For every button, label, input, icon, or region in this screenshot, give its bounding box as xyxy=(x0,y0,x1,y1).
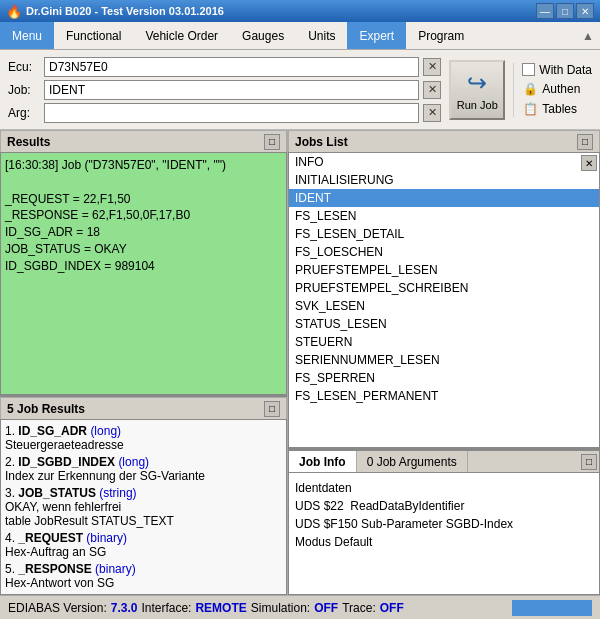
jobs-list-inner: ✕ INFO INITIALISIERUNG IDENT FS_LESEN FS… xyxy=(288,152,600,448)
list-item: 4. _REQUEST (binary) Hex-Auftrag an SG xyxy=(5,531,282,559)
tab-job-arguments-label: 0 Job Arguments xyxy=(367,455,457,469)
tables-label: Tables xyxy=(542,102,577,116)
list-item[interactable]: PRUEFSTEMPEL_SCHREIBEN xyxy=(289,279,599,297)
item-desc: OKAY, wenn fehlerfrei xyxy=(5,500,282,514)
job-results-expand-btn[interactable]: □ xyxy=(264,401,280,417)
item-desc: Steuergeraeteadresse xyxy=(5,438,282,452)
log-line-5: ID_SG_ADR = 18 xyxy=(5,224,282,241)
job-input[interactable] xyxy=(44,80,419,100)
menu-item-functional[interactable]: Functional xyxy=(54,22,133,49)
list-item[interactable]: FS_LOESCHEN xyxy=(289,243,599,261)
menu-item-menu[interactable]: Menu xyxy=(0,22,54,49)
minimize-button[interactable]: — xyxy=(536,3,554,19)
menu-item-program[interactable]: Program xyxy=(406,22,476,49)
item-num: 1. xyxy=(5,424,18,438)
item-desc: Hex-Auftrag an SG xyxy=(5,545,282,559)
menu-item-vehicle-order[interactable]: Vehicle Order xyxy=(133,22,230,49)
lock-icon: 🔒 xyxy=(522,81,538,97)
job-clear-button[interactable]: ✕ xyxy=(423,81,441,99)
list-item: 1. ID_SG_ADR (long) Steuergeraeteadresse xyxy=(5,424,282,452)
with-data-label: With Data xyxy=(539,63,592,77)
results-panel-header: Results □ xyxy=(0,130,287,152)
close-button[interactable]: ✕ xyxy=(576,3,594,19)
job-label: Job: xyxy=(8,83,40,97)
with-data-checkbox[interactable] xyxy=(522,63,535,76)
jobs-list-expand-btn[interactable]: □ xyxy=(577,134,593,150)
job-results-area: 1. ID_SG_ADR (long) Steuergeraeteadresse… xyxy=(0,419,287,595)
jobs-list-close-button[interactable]: ✕ xyxy=(581,155,597,171)
job-results-header: 5 Job Results □ xyxy=(0,397,287,419)
right-panel: Jobs List □ ✕ INFO INITIALISIERUNG IDENT… xyxy=(288,130,600,595)
tab-job-arguments[interactable]: 0 Job Arguments xyxy=(357,451,468,472)
arg-input[interactable] xyxy=(44,103,419,123)
tables-option[interactable]: 📋 Tables xyxy=(522,101,592,117)
titlebar: 🔥 Dr.Gini B020 - Test Version 03.01.2016… xyxy=(0,0,600,22)
toolbar: Ecu: ✕ Job: ✕ Arg: ✕ ↩ Run Job With Data… xyxy=(0,50,600,130)
statusbar: EDIABAS Version: 7.3.0 Interface: REMOTE… xyxy=(0,595,600,619)
list-item[interactable]: SERIENNUMMER_LESEN xyxy=(289,351,599,369)
list-item[interactable]: STATUS_LESEN xyxy=(289,315,599,333)
maximize-button[interactable]: □ xyxy=(556,3,574,19)
run-job-label: Run Job xyxy=(457,99,498,111)
item-num: 2. xyxy=(5,455,18,469)
run-job-button[interactable]: ↩ Run Job xyxy=(449,60,505,120)
job-info-section: Job Info 0 Job Arguments □ Identdaten UD… xyxy=(288,450,600,595)
arg-label: Arg: xyxy=(8,106,40,120)
titlebar-title: Dr.Gini B020 - Test Version 03.01.2016 xyxy=(26,5,224,17)
job-info-line-2: UDS $22 ReadDataByIdentifier xyxy=(295,497,593,515)
list-item: 3. JOB_STATUS (string) OKAY, wenn fehler… xyxy=(5,486,282,528)
app-icon: 🔥 xyxy=(6,4,22,19)
list-item[interactable]: INITIALISIERUNG xyxy=(289,171,599,189)
jobs-list-section: Jobs List □ ✕ INFO INITIALISIERUNG IDENT… xyxy=(288,130,600,450)
ecu-clear-button[interactable]: ✕ xyxy=(423,58,441,76)
job-info-line-3: UDS $F150 Sub-Parameter SGBD-Index xyxy=(295,515,593,533)
ecu-input[interactable] xyxy=(44,57,419,77)
ediabas-label: EDIABAS Version: xyxy=(8,601,107,615)
list-item[interactable]: INFO xyxy=(289,153,599,171)
menu-item-gauges[interactable]: Gauges xyxy=(230,22,296,49)
job-info-expand-btn[interactable]: □ xyxy=(581,454,597,470)
item-name: _REQUEST xyxy=(18,531,86,545)
ecu-row: Ecu: ✕ xyxy=(8,57,441,77)
list-item[interactable]: PRUEFSTEMPEL_LESEN xyxy=(289,261,599,279)
list-item[interactable]: FS_LESEN_PERMANENT xyxy=(289,387,599,405)
with-data-option[interactable]: With Data xyxy=(522,63,592,77)
item-num: 4. xyxy=(5,531,18,545)
log-line-7: ID_SGBD_INDEX = 989104 xyxy=(5,258,282,275)
titlebar-controls[interactable]: — □ ✕ xyxy=(536,3,594,19)
list-item[interactable]: STEUERN xyxy=(289,333,599,351)
toolbar-options: With Data 🔒 Authen 📋 Tables xyxy=(513,63,592,117)
status-blue-indicator xyxy=(512,600,592,616)
menu-collapse-btn[interactable]: ▲ xyxy=(582,29,600,43)
item-name: JOB_STATUS xyxy=(18,486,99,500)
item-name: _RESPONSE xyxy=(18,562,95,576)
left-panel: Results □ [16:30:38] Job ("D73N57E0", "I… xyxy=(0,130,288,595)
results-section: Results □ [16:30:38] Job ("D73N57E0", "I… xyxy=(0,130,287,395)
jobs-scroll[interactable]: INFO INITIALISIERUNG IDENT FS_LESEN FS_L… xyxy=(289,153,599,447)
list-item[interactable]: FS_LESEN xyxy=(289,207,599,225)
menu-item-units[interactable]: Units xyxy=(296,22,347,49)
results-expand-btn[interactable]: □ xyxy=(264,134,280,150)
list-item[interactable]: IDENT xyxy=(289,189,599,207)
menu-item-expert[interactable]: Expert xyxy=(347,22,406,49)
tab-job-info[interactable]: Job Info xyxy=(289,451,357,472)
simulation-value: OFF xyxy=(314,601,338,615)
authen-option[interactable]: 🔒 Authen xyxy=(522,81,592,97)
item-desc: Index zur Erkennung der SG-Variante xyxy=(5,469,282,483)
log-line-4: _RESPONSE = 62,F1,50,0F,17,B0 xyxy=(5,207,282,224)
list-item[interactable]: SVK_LESEN xyxy=(289,297,599,315)
trace-label: Trace: xyxy=(342,601,376,615)
list-item[interactable]: FS_SPERREN xyxy=(289,369,599,387)
trace-value: OFF xyxy=(380,601,404,615)
menubar: Menu Functional Vehicle Order Gauges Uni… xyxy=(0,22,600,50)
ediabas-version: 7.3.0 xyxy=(111,601,138,615)
results-area: [16:30:38] Job ("D73N57E0", "IDENT", "")… xyxy=(0,152,287,395)
ecu-label: Ecu: xyxy=(8,60,40,74)
job-info-line-1: Identdaten xyxy=(295,479,593,497)
run-job-icon: ↩ xyxy=(467,69,487,97)
item-type: (binary) xyxy=(95,562,136,576)
list-item[interactable]: FS_LESEN_DETAIL xyxy=(289,225,599,243)
toolbar-fields: Ecu: ✕ Job: ✕ Arg: ✕ xyxy=(8,57,441,123)
item-name: ID_SG_ADR xyxy=(18,424,90,438)
arg-clear-button[interactable]: ✕ xyxy=(423,104,441,122)
